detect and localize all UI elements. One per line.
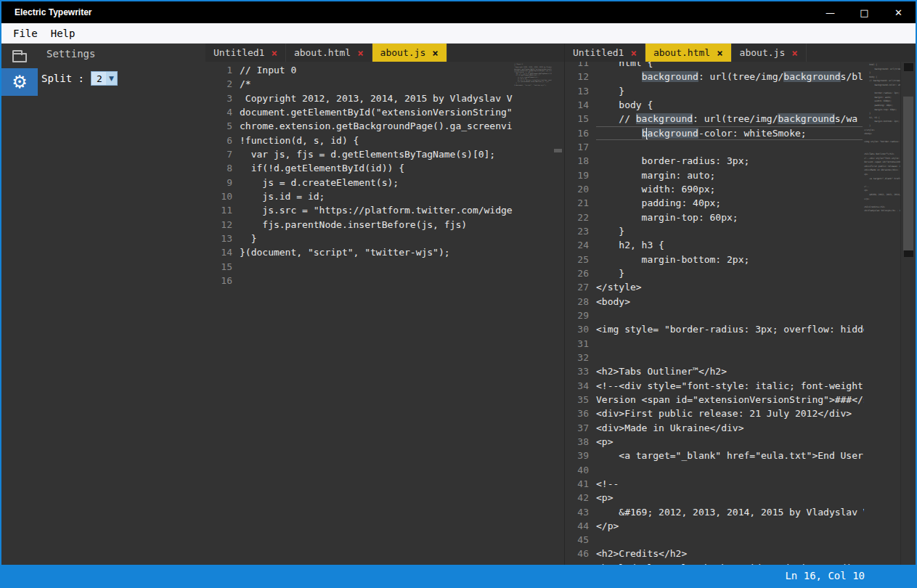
code-line[interactable]: 13 } — [205, 232, 514, 245]
menu-help[interactable]: Help — [51, 28, 76, 39]
split-dropdown[interactable]: 2 ▼ — [91, 71, 118, 86]
tab-close-icon[interactable]: × — [630, 47, 636, 59]
code-line[interactable]: 21 padding: 40px; — [565, 196, 864, 210]
code-line[interactable]: 26 } — [565, 266, 864, 280]
tab-close-icon[interactable]: × — [717, 47, 722, 59]
code-line[interactable]: 42<p> — [565, 491, 864, 505]
line-number: 37 — [565, 421, 596, 435]
code-editor-left[interactable]: 1// Input 02/*3 Copyright 2012, 2013, 20… — [205, 62, 514, 565]
code-line[interactable]: 11 html { — [565, 62, 864, 70]
code-line[interactable]: 9 js = d.createElement(s); — [205, 176, 514, 189]
code-line[interactable]: 46<h2>Credits</h2> — [565, 547, 864, 560]
code-line[interactable]: 4document.getElementById("extensionVersi… — [205, 105, 514, 119]
close-button[interactable]: ✕ — [881, 1, 916, 23]
tab-about-html[interactable]: about.html× — [645, 44, 732, 62]
sidebar: ⚙ Settings Split : 2 ▼ — [1, 44, 205, 565]
code-line[interactable]: 18 border-radius: 3px; — [565, 154, 864, 168]
code-line[interactable]: 44</p> — [565, 519, 864, 533]
code-text: </style> — [596, 280, 642, 294]
code-line[interactable]: 36<div>First public release: 21 July 201… — [565, 407, 864, 420]
code-line[interactable]: 39 <a target="_blank" href="eula.txt">En… — [565, 449, 864, 462]
line-number: 41 — [565, 477, 596, 491]
code-line[interactable]: 28<body> — [565, 295, 864, 309]
explorer-button[interactable] — [1, 46, 38, 68]
code-text: <!-- — [596, 477, 619, 491]
line-number: 31 — [565, 337, 596, 351]
code-line[interactable]: 22 margin-top: 60px; — [565, 211, 864, 224]
code-line[interactable]: 31 — [565, 337, 864, 351]
tab-close-icon[interactable]: × — [432, 47, 438, 59]
code-line[interactable]: 1// Input 0 — [205, 63, 514, 77]
maximize-button[interactable]: □ — [847, 1, 881, 23]
minimap-right[interactable]: html { background: url(tree/img/backgrou… — [864, 62, 900, 565]
tab-about-js[interactable]: about.js× — [732, 44, 807, 62]
code-text: } — [596, 266, 624, 280]
line-number: 14 — [205, 245, 240, 259]
code-line[interactable]: 24 h2, h3 { — [565, 238, 864, 252]
code-line[interactable]: 16 — [205, 274, 514, 287]
code-text: js = d.createElement(s); — [240, 176, 399, 189]
occurrence-highlight: ackground — [647, 128, 698, 139]
code-line[interactable]: 15 — [205, 260, 514, 274]
code-line[interactable]: 12 fjs.parentNode.insertBefore(js, fjs) — [205, 218, 514, 232]
code-line[interactable]: 17 — [565, 140, 864, 154]
code-text: <img style= "border-radius: 3px; overflo… — [596, 322, 864, 336]
line-number: 10 — [205, 189, 240, 203]
code-line[interactable]: 12 background: url(tree/img/backgrounds/… — [565, 70, 864, 83]
menu-file[interactable]: File — [13, 28, 38, 39]
code-line[interactable]: 30<img style= "border-radius: 3px; overf… — [565, 322, 864, 336]
tab-close-icon[interactable]: × — [271, 47, 277, 59]
minimap-left[interactable]: // Input 0 /* Copyright 2012, 2013, 2014… — [514, 62, 552, 565]
code-line[interactable]: 40 — [565, 463, 864, 477]
scrollbar-left[interactable] — [552, 62, 564, 565]
tab-about-html[interactable]: about.html× — [286, 44, 372, 62]
code-line[interactable]: 14}(document, "script", "twitter-wjs"); — [205, 245, 514, 259]
scrollbar-thumb[interactable] — [903, 97, 913, 250]
tab-untitled1[interactable]: Untitled1× — [565, 44, 645, 62]
code-line[interactable]: 3 Copyright 2012, 2013, 2014, 2015 by Vl… — [205, 91, 514, 105]
code-line[interactable]: 14 body { — [565, 98, 864, 112]
settings-button[interactable]: ⚙ — [1, 68, 38, 96]
scrollbar-right[interactable] — [900, 62, 916, 565]
code-line[interactable]: 7 var js, fjs = d.getElementsByTagName(s… — [205, 147, 514, 161]
code-line[interactable]: 11 js.src = "https://platform.twitter.co… — [205, 203, 514, 217]
tab-untitled1[interactable]: Untitled1× — [205, 44, 286, 62]
line-number: 15 — [565, 112, 596, 126]
code-line[interactable]: 8 if(!d.getElementById(id)) { — [205, 161, 514, 175]
code-line[interactable]: 10 js.id = id; — [205, 189, 514, 203]
code-editor-right[interactable]: 11 html {12 background: url(tree/img/bac… — [565, 62, 864, 565]
line-number: 40 — [565, 463, 596, 477]
code-line[interactable]: 47<b>Vladyslav Volovyk</b> - idea, desig… — [565, 561, 864, 565]
minimize-button[interactable]: — — [813, 1, 847, 23]
code-text: margin: auto; — [596, 168, 715, 182]
code-line[interactable]: 37<div>Made in Ukraine</div> — [565, 421, 864, 435]
scrollbar-arrow-up[interactable] — [904, 63, 913, 71]
code-line[interactable]: 13 } — [565, 84, 864, 98]
tab-close-icon[interactable]: × — [357, 47, 363, 59]
code-line[interactable]: 27</style> — [565, 280, 864, 294]
code-line[interactable]: 16 background-color: whiteSmoke; — [565, 126, 864, 140]
code-line[interactable]: 20 width: 690px; — [565, 182, 864, 196]
code-line[interactable]: 34<!--<div style="font-style: italic; fo… — [565, 379, 864, 393]
code-line[interactable]: 33<h2>Tabs Outliner™</h2> — [565, 364, 864, 378]
code-text: body { — [596, 98, 653, 112]
code-line[interactable]: 41<!-- — [565, 477, 864, 491]
code-line[interactable]: 29 — [565, 309, 864, 322]
code-line[interactable]: 35Version <span id="extensionVersionStri… — [565, 393, 864, 407]
line-number: 27 — [565, 280, 596, 294]
tab-close-icon[interactable]: × — [791, 47, 797, 59]
code-line[interactable]: 45 — [565, 533, 864, 547]
code-line[interactable]: 19 margin: auto; — [565, 168, 864, 182]
code-line[interactable]: 2/* — [205, 77, 514, 91]
code-text: /* — [240, 77, 251, 91]
code-line[interactable]: 43 &#169; 2012, 2013, 2014, 2015 by Vlad… — [565, 505, 864, 519]
code-line[interactable]: 25 margin-bottom: 2px; — [565, 253, 864, 266]
tab-about-js[interactable]: about.js× — [372, 44, 447, 62]
code-line[interactable]: 32 — [565, 351, 864, 364]
code-line[interactable]: 38<p> — [565, 435, 864, 449]
scrollbar-thumb[interactable] — [554, 149, 562, 152]
code-line[interactable]: 6!function(d, s, id) { — [205, 134, 514, 147]
code-line[interactable]: 23 } — [565, 224, 864, 238]
code-line[interactable]: 15 // background: url(tree/img/backgroun… — [565, 112, 864, 126]
code-line[interactable]: 5chrome.extension.getBackgroundPage().ga… — [205, 119, 514, 133]
